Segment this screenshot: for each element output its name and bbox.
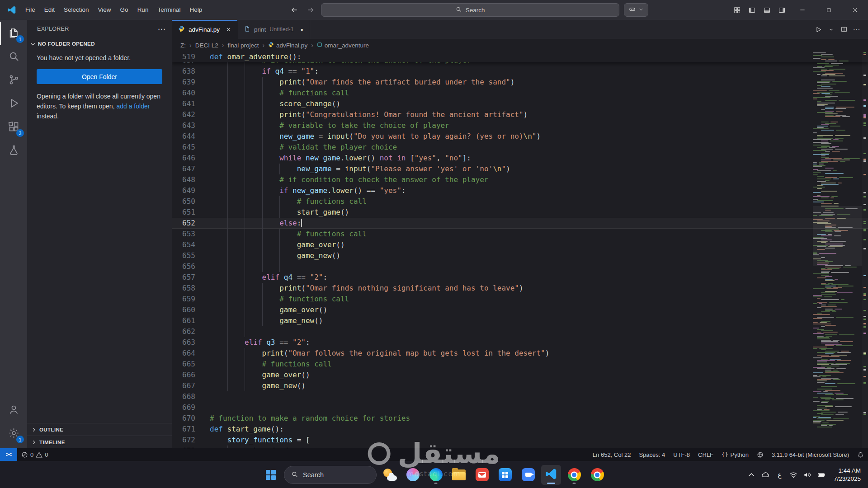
code-line[interactable]: 665 # functions call (172, 359, 868, 370)
code-line[interactable]: 657 elif q4 == "2": (172, 272, 868, 283)
toggle-panel-bottom-icon[interactable] (760, 3, 774, 18)
code-line[interactable]: 648 # if condition to check the answer o… (172, 174, 868, 185)
code-line[interactable]: 638 if q4 == "1": (172, 66, 868, 77)
encoding[interactable]: UTF-8 (669, 448, 694, 461)
toggle-sidebar-right-icon[interactable] (774, 3, 789, 18)
volume-icon[interactable] (801, 467, 814, 483)
command-center-search[interactable]: Search (321, 3, 619, 17)
toggle-sidebar-left-icon[interactable] (745, 3, 760, 18)
tab-advfinal[interactable]: advFinal.py ✕ (172, 20, 238, 39)
code-line[interactable]: 652 else: (172, 218, 868, 229)
taskbar-app-chrome[interactable] (564, 465, 584, 485)
wifi-icon[interactable] (787, 467, 800, 483)
code-line[interactable]: 650 # functions call (172, 196, 868, 207)
code-line[interactable]: 664 print("Omar follows the original map… (172, 348, 868, 359)
copilot-button[interactable] (624, 3, 648, 17)
eol-sequence[interactable]: CRLF (694, 448, 717, 461)
language-indicator[interactable]: ع (773, 467, 786, 483)
open-folder-button[interactable]: Open Folder (37, 69, 162, 84)
taskbar-app-chrome-2[interactable] (587, 465, 607, 485)
minimap-viewport[interactable] (813, 206, 862, 266)
code-line[interactable]: 668 (172, 391, 868, 402)
taskbar-app-vscode[interactable] (541, 465, 561, 485)
minimize-button[interactable] (789, 0, 816, 20)
code-line[interactable]: 671def start_game(): (172, 424, 868, 435)
code-line[interactable]: 656 (172, 261, 868, 272)
activity-search[interactable] (0, 45, 27, 69)
run-dropdown-chevron-icon[interactable] (825, 23, 837, 36)
code-line[interactable]: 644 new_game = input("Do you want to pla… (172, 131, 868, 142)
split-editor-icon[interactable] (838, 23, 850, 36)
code-line[interactable]: 653 # functions call (172, 229, 868, 239)
menu-go[interactable]: Go (116, 4, 133, 16)
problems-indicator[interactable]: 0 0 (17, 448, 52, 461)
activity-testing[interactable] (0, 139, 27, 163)
code-line[interactable]: 670# function to make a random choice fo… (172, 413, 868, 424)
code-line[interactable]: 639 print("Omar finds the artifact burie… (172, 77, 868, 88)
code-line[interactable]: 654 game_over() (172, 239, 868, 250)
code-line[interactable]: 669 (172, 402, 868, 413)
code-line[interactable]: 646 while new_game.lower() not in ["yes"… (172, 153, 868, 164)
tray-chevron-up-icon[interactable] (745, 467, 758, 483)
taskbar-app-file-explorer[interactable] (449, 465, 469, 485)
code-line[interactable]: 641 score_change() (172, 99, 868, 109)
breadcrumb-item[interactable]: final project (227, 42, 259, 49)
activity-run-debug[interactable] (0, 92, 27, 116)
code-line[interactable]: 643 # variable to take the choice of pla… (172, 120, 868, 131)
activity-accounts[interactable] (0, 399, 27, 422)
scrollbar[interactable] (862, 52, 868, 448)
breadcrumb-item[interactable]: Z: (180, 42, 186, 49)
taskbar-app-edge[interactable] (426, 465, 446, 485)
close-icon[interactable]: ✕ (226, 26, 231, 33)
taskbar-app-zoom[interactable] (518, 465, 538, 485)
onedrive-cloud-icon[interactable] (759, 467, 772, 483)
taskbar-app-copilot[interactable] (403, 465, 423, 485)
activity-source-control[interactable] (0, 69, 27, 92)
menu-selection[interactable]: Selection (59, 4, 94, 16)
python-interpreter[interactable]: 3.11.9 64-bit (Microsoft Store) (768, 448, 853, 461)
section-no-folder-opened[interactable]: NO FOLDER OPENED (27, 38, 172, 50)
start-button[interactable] (261, 465, 281, 485)
code-line[interactable]: 660 game_over() (172, 305, 868, 315)
code-line[interactable]: 649 if new_game.lower() == "yes": (172, 185, 868, 196)
battery-icon[interactable] (815, 467, 828, 483)
more-actions-icon[interactable]: ⋯ (850, 23, 863, 36)
code-line[interactable]: 659 # functions call (172, 294, 868, 305)
code-line[interactable]: 661 game_new() (172, 315, 868, 326)
panel-outline[interactable]: OUTLINE (27, 423, 172, 436)
maximize-button[interactable] (816, 0, 842, 20)
close-window-button[interactable] (842, 0, 868, 20)
code-line[interactable]: 673 mohamed_adventure, (172, 446, 868, 448)
cursor-position[interactable]: Ln 652, Col 22 (589, 448, 635, 461)
code-line[interactable]: 658 print("Omar finds nothing significan… (172, 283, 868, 294)
menu-view[interactable]: View (94, 4, 116, 16)
menu-edit[interactable]: Edit (40, 4, 59, 16)
code-line[interactable]: 672 story_functions = [ (172, 435, 868, 446)
breadcrumb-item[interactable]: omar_adventure (317, 42, 369, 49)
code-line[interactable]: 645 # validat the player choice (172, 142, 868, 153)
code-line[interactable]: 666 game_over() (172, 370, 868, 380)
add-folder-link[interactable]: add a folder (116, 103, 150, 110)
activity-explorer[interactable]: 1 (0, 22, 27, 45)
activity-extensions[interactable]: 3 (0, 116, 27, 139)
customize-layout-icon[interactable] (730, 3, 745, 18)
code-line[interactable]: 667 game_new() (172, 380, 868, 391)
run-button[interactable] (812, 23, 825, 36)
back-arrow-icon[interactable] (288, 4, 300, 16)
indentation[interactable]: Spaces: 4 (635, 448, 669, 461)
breadcrumb-item[interactable]: advFinal.py (268, 42, 307, 49)
menu-help[interactable]: Help (185, 4, 207, 16)
taskbar-search[interactable]: Search (284, 466, 377, 484)
code-line[interactable]: 662 (172, 326, 868, 337)
taskbar-app-store[interactable] (495, 465, 515, 485)
remote-indicator[interactable]: >< (0, 448, 17, 461)
more-actions-icon[interactable]: ⋯ (158, 24, 165, 34)
forward-arrow-icon[interactable] (305, 4, 316, 16)
code-line[interactable]: 647 new_game = input("Please answer 'yes… (172, 164, 868, 174)
panel-timeline[interactable]: TIMELINE (27, 436, 172, 448)
code-line[interactable]: 663 elif q3 == "2": (172, 337, 868, 348)
activity-settings[interactable]: 1 (0, 422, 27, 446)
taskbar-clock[interactable]: 1:44 AM 7/23/2025 (834, 467, 861, 483)
notifications-bell-icon[interactable] (853, 448, 868, 461)
taskbar-app-weather[interactable] (380, 465, 400, 485)
